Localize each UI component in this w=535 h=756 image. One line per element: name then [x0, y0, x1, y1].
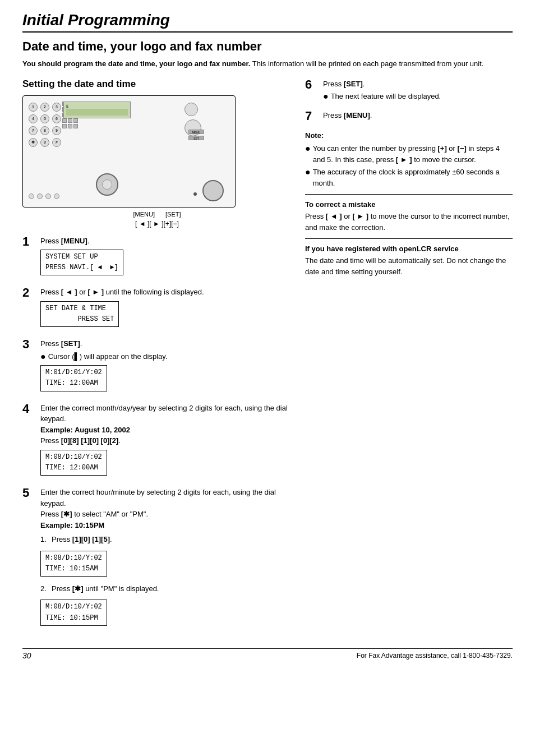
openlcr-text: The date and time will be automatically … [305, 255, 513, 277]
step-6-key: [SET] [344, 80, 363, 88]
key-9: 9 [52, 126, 61, 135]
step-7: 7 Press [MENU]. [305, 110, 513, 122]
footer-text: For Fax Advantage assistance, call 1-800… [357, 652, 513, 660]
step-1-key: [MENU] [61, 237, 87, 245]
step-5-content: Enter the correct hour/minute by selecti… [40, 487, 292, 629]
substep-2-lcd: M:08/D:10/Y:02 TIME: 10:15PM [40, 600, 107, 625]
nav-label: [ ◄ ][ ► ][+][−] [22, 220, 292, 228]
step-4-keys: [0][8] [1][0] [0][2] [61, 436, 119, 445]
key-hash: # [52, 138, 61, 147]
step-2-lcd: SET DATE & TIME PRESS SET [40, 301, 119, 327]
substep-1-num: 1. [40, 534, 49, 545]
key-3: 3 [52, 103, 61, 112]
key-7: 7 [29, 126, 38, 135]
step-6-number: 6 [305, 79, 319, 91]
step-5: 5 Enter the correct hour/minute by selec… [22, 487, 292, 629]
menu-button-device: MENU [188, 130, 204, 134]
step-5-star-key: [✱] [61, 510, 72, 518]
page-number: 30 [22, 651, 31, 660]
device-screen: E [63, 102, 131, 118]
divider-1 [305, 194, 513, 195]
bottom-circles [29, 193, 59, 199]
step-5-substep-2: 2. Press [✱] until "PM" is displayed. M:… [40, 583, 292, 629]
intro-normal: This information will be printed on each… [252, 59, 484, 68]
correct-mistake-title: To correct a mistake [305, 200, 513, 209]
key-4: 4 [29, 114, 38, 123]
step-4-lcd: M:08/D:10/Y:02 TIME: 12:00AM [40, 450, 107, 476]
page-title: Initial Programming [22, 11, 513, 33]
step-3-lcd: M:01/D:01/Y:02 TIME: 12:00AM [40, 365, 107, 391]
key-6: 6 [52, 114, 61, 123]
key-star: ✱ [29, 138, 38, 147]
right-column: 6 Press [SET]. ● The next feature will b… [305, 79, 513, 637]
openlcr-section: If you have registered with openLCR serv… [305, 245, 513, 277]
note-bullet-2: ● The accuracy of the clock is approxima… [305, 167, 513, 188]
key-1: 1 [29, 103, 38, 112]
substep-1-lcd: M:08/D:10/Y:02 TIME: 10:15AM [40, 551, 107, 577]
menu-label: [MENU] [133, 211, 155, 218]
step-2: 2 Press [ ◄ ] or [ ► ] until the followi… [22, 287, 292, 330]
substep-2-num: 2. [40, 583, 49, 594]
step-2-key2: [ ► ] [87, 288, 104, 296]
step-1-content: Press [MENU]. SYSTEM SET UP PRESS NAVI.[… [40, 236, 292, 279]
step-7-number: 7 [305, 110, 319, 122]
step-5-substep-1: 1. Press [1][0] [1][5]. M:08/D:10/Y:02 T… [40, 534, 292, 580]
key-5: 5 [40, 114, 49, 123]
step-7-key: [MENU] [344, 111, 370, 119]
step-3-number: 3 [22, 338, 36, 351]
step-4-content: Enter the correct month/day/year by sele… [40, 403, 292, 479]
section-title: Date and time, your logo and fax number [22, 39, 513, 54]
step-3-bullet: ● Cursor (▌) will appear on the display. [40, 351, 292, 362]
intro-paragraph: You should program the date and time, yo… [22, 58, 513, 70]
openlcr-title: If you have registered with openLCR serv… [305, 245, 513, 253]
note-title: Note: [305, 130, 513, 141]
step-3-content: Press [SET]. ● Cursor (▌) will appear on… [40, 338, 292, 394]
set-button-device: SET [188, 136, 204, 140]
divider-2 [305, 238, 513, 239]
step-1-lcd: SYSTEM SET UP PRESS NAVI.[ ◄ ►] [40, 250, 123, 275]
step-2-number: 2 [22, 287, 36, 299]
step-3-key: [SET] [61, 339, 80, 348]
step-4: 4 Enter the correct month/day/year by se… [22, 403, 292, 479]
keypad-grid: 1 2 3 4 5 6 7 8 9 ✱ 0 # [29, 103, 62, 148]
nav-knob [96, 173, 118, 196]
step-6-bullet: ● The next feature will be displayed. [323, 91, 441, 102]
set-label: [SET] [165, 211, 181, 218]
intro-bold: You should program the date and time, yo… [22, 59, 250, 68]
substep-2-key: [✱] [72, 584, 84, 593]
step-6: 6 Press [SET]. ● The next feature will b… [305, 79, 513, 102]
key-2: 2 [40, 103, 49, 112]
correct-mistake-text: Press [ ◄ ] or [ ► ] to move the cursor … [305, 211, 513, 233]
correct-mistake-section: To correct a mistake Press [ ◄ ] or [ ► … [305, 200, 513, 233]
note-bullet-1: ● You can enter the number by pressing [… [305, 143, 513, 165]
subsection-title: Setting the date and time [22, 79, 292, 90]
footer: 30 For Fax Advantage assistance, call 1-… [22, 648, 513, 660]
left-column: Setting the date and time 1 2 3 4 5 6 7 … [22, 79, 292, 637]
substep-1-keys: [1][0] [1][5] [72, 535, 110, 543]
step-4-example-label: Example: August 10, 2002 [40, 426, 130, 434]
step-6-content: Press [SET]. ● The next feature will be … [323, 79, 441, 102]
note-section: Note: ● You can enter the number by pres… [305, 130, 513, 189]
step-4-number: 4 [22, 403, 36, 415]
step-2-content: Press [ ◄ ] or [ ► ] until the following… [40, 287, 292, 330]
device-labels: [MENU] [SET] [22, 211, 292, 218]
step-7-content: Press [MENU]. [323, 110, 372, 121]
step-2-key1: [ ◄ ] [61, 288, 77, 296]
key-0: 0 [40, 138, 49, 147]
step-1-number: 1 [22, 236, 36, 248]
large-nav-button [202, 180, 224, 201]
step-1: 1 Press [MENU]. SYSTEM SET UP PRESS NAVI… [22, 236, 292, 279]
key-8: 8 [40, 126, 49, 135]
step-3: 3 Press [SET]. ● Cursor (▌) will appear … [22, 338, 292, 394]
device-illustration: 1 2 3 4 5 6 7 8 9 ✱ 0 # [22, 95, 236, 208]
step-5-number: 5 [22, 487, 36, 499]
indicator-dot [193, 192, 197, 196]
step-5-example-label: Example: 10:15PM [40, 521, 104, 529]
